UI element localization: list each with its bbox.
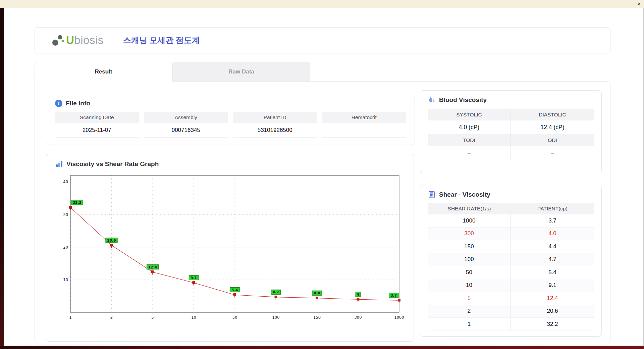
field-label: Scanning Date	[55, 112, 139, 123]
field-value	[322, 123, 406, 137]
tab-result[interactable]: Result	[35, 62, 172, 82]
chart-mount: 1020304032.2120.6212.459.1105.4504.71004…	[56, 171, 405, 325]
blood-viscosity-grid: SYSTOLICDIASTOLIC4.0 (cP)12.4 (cP)TODIOD…	[428, 109, 594, 160]
app-logo: Ubiosis	[51, 34, 104, 47]
blood-viscosity-label: SYSTOLIC	[428, 109, 511, 120]
patient-viscosity-cell: 9.1	[511, 279, 594, 292]
table-row: 109.1	[428, 279, 594, 292]
blood-viscosity-title-row: Blood Viscosity	[428, 96, 594, 104]
blood-viscosity-label: DIASTOLIC	[511, 109, 594, 120]
file-info-title: File Info	[66, 100, 90, 107]
patient-viscosity-cell: 12.4	[511, 292, 594, 305]
patient-viscosity-cell: 32.2	[511, 318, 594, 331]
logo-letter-u: U	[66, 34, 74, 46]
logo-text: Ubiosis	[66, 34, 104, 47]
file-info-field-scanning-date: Scanning Date2025-11-07	[55, 112, 139, 138]
tabs: ResultRaw Data	[35, 62, 310, 82]
tab-raw-data[interactable]: Raw Data	[172, 62, 310, 81]
patient-viscosity-cell: 20.6	[511, 305, 594, 318]
shear-viscosity-card: Shear - Viscosity SHEAR RATE(1/s)PATIENT…	[420, 185, 602, 337]
svg-text:4.4: 4.4	[314, 291, 320, 295]
table-row: 1504.4	[428, 240, 594, 253]
shear-rate-cell: 5	[428, 292, 511, 305]
shear-viscosity-title: Shear - Viscosity	[439, 191, 490, 198]
file-info-field-patient-id: Patient ID53101926500	[233, 112, 317, 138]
svg-text:32.2: 32.2	[73, 200, 82, 204]
logo-letters-rest: biosis	[74, 34, 103, 46]
content-panel: i File Info Scanning Date2025-11-07Assem…	[35, 81, 610, 344]
window-frame-left	[0, 8, 4, 349]
info-icon: i	[55, 100, 62, 107]
patient-viscosity-cell: 4.0	[511, 228, 594, 240]
svg-text:1: 1	[69, 315, 71, 320]
shear-column-header: PATIENT(cp)	[511, 203, 594, 214]
svg-text:50: 50	[232, 315, 237, 320]
graph-title: Viscosity vs Shear Rate Graph	[66, 160, 159, 168]
shear-rate-cell: 1000	[428, 214, 511, 227]
field-label: Assembly	[144, 112, 228, 123]
window-titlebar: ×	[0, 0, 644, 8]
shear-column-header: SHEAR RATE(1/s)	[428, 203, 511, 214]
table-row: 132.2	[428, 318, 594, 331]
blood-viscosity-value: –	[428, 146, 511, 160]
field-value: 000716345	[144, 123, 228, 137]
svg-text:2: 2	[110, 315, 113, 320]
svg-text:300: 300	[355, 315, 362, 320]
viscosity-chart: 1020304032.2120.6212.459.1105.4504.71004…	[56, 171, 405, 323]
svg-text:9.1: 9.1	[191, 276, 197, 280]
shear-rate-cell: 100	[428, 253, 511, 266]
svg-text:5.4: 5.4	[232, 288, 238, 292]
file-info-title-row: i File Info	[55, 100, 406, 107]
blood-viscosity-label: ODI	[511, 134, 594, 146]
blood-viscosity-value: –	[511, 146, 594, 160]
table-row: 220.6	[428, 305, 594, 318]
shear-rate-cell: 300	[428, 228, 511, 240]
blood-viscosity-card: Blood Viscosity SYSTOLICDIASTOLIC4.0 (cP…	[420, 90, 602, 173]
file-info-field-hematocrit: Hematocrit	[322, 112, 406, 138]
blood-viscosity-label: TODI	[428, 134, 511, 146]
svg-text:40: 40	[63, 180, 68, 184]
file-info-fields: Scanning Date2025-11-07Assembly000716345…	[55, 112, 406, 138]
field-label: Patient ID	[233, 112, 317, 123]
svg-text:150: 150	[313, 315, 321, 320]
calculator-icon	[428, 191, 436, 199]
shear-title-row: Shear - Viscosity	[428, 191, 594, 199]
svg-text:10: 10	[63, 278, 68, 282]
page-title: 스캐닝 모세관 점도계	[123, 35, 200, 46]
shear-rate-cell: 2	[428, 305, 511, 318]
shear-rate-cell: 1	[428, 318, 511, 331]
svg-text:100: 100	[272, 315, 280, 320]
svg-text:30: 30	[63, 212, 68, 217]
blood-drop-icon	[428, 96, 436, 104]
table-row: 1004.7	[428, 253, 594, 266]
blood-viscosity-title: Blood Viscosity	[439, 96, 487, 104]
shear-table-body: 10003.73004.01504.41004.7505.4109.1512.4…	[428, 214, 594, 331]
shear-rate-cell: 150	[428, 240, 511, 253]
file-info-field-assembly: Assembly000716345	[144, 112, 228, 138]
bar-chart-icon	[55, 160, 63, 168]
field-value: 2025-11-07	[55, 123, 139, 137]
svg-text:10: 10	[191, 315, 196, 320]
shear-table-head: SHEAR RATE(1/s)PATIENT(cp)	[428, 203, 594, 214]
shear-rate-cell: 10	[428, 279, 511, 292]
graph-title-row: Viscosity vs Shear Rate Graph	[55, 160, 405, 168]
svg-text:20: 20	[63, 245, 68, 250]
patient-viscosity-cell: 4.4	[511, 240, 594, 253]
svg-text:20.6: 20.6	[107, 238, 116, 242]
app-window: Ubiosis 스캐닝 모세관 점도계 ResultRaw Data i Fil…	[4, 8, 643, 346]
table-row: 10003.7	[428, 214, 594, 228]
window-frame-bottom	[0, 346, 644, 349]
field-label: Hematocrit	[322, 112, 406, 123]
svg-text:5: 5	[151, 315, 154, 320]
blood-viscosity-value: 12.4 (cP)	[511, 120, 594, 134]
patient-viscosity-cell: 3.7	[511, 214, 594, 227]
svg-text:4.7: 4.7	[273, 290, 279, 294]
svg-text:1000: 1000	[394, 315, 404, 320]
shear-rate-cell: 50	[428, 266, 511, 279]
patient-viscosity-cell: 5.4	[511, 266, 594, 279]
graph-card: Viscosity vs Shear Rate Graph 1020304032…	[46, 154, 414, 342]
close-button[interactable]: ×	[638, 1, 641, 7]
table-row: 3004.0	[428, 228, 594, 241]
svg-text:12.4: 12.4	[148, 265, 157, 269]
table-row: 505.4	[428, 266, 594, 279]
